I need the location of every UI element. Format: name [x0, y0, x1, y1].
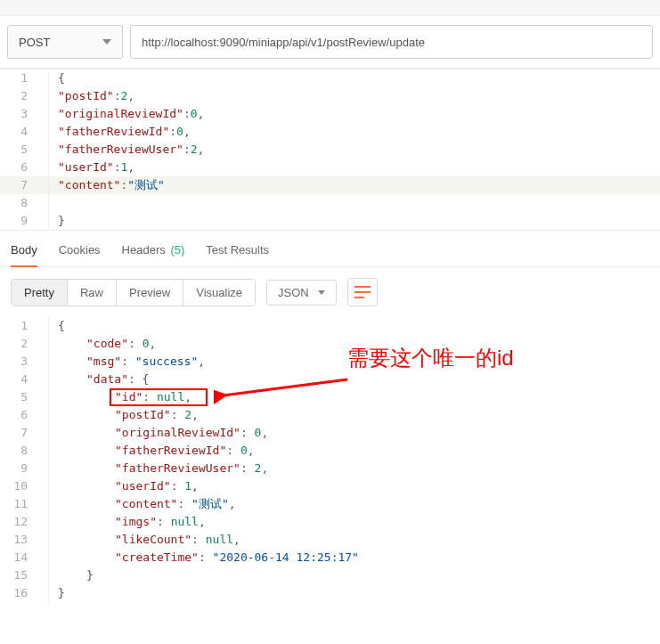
- headers-count: (5): [170, 243, 184, 257]
- code-line: 6"userId":1,: [0, 159, 660, 176]
- code-line: 4"fatherReviewId":0,: [0, 123, 660, 141]
- code-line: 1{: [0, 69, 660, 87]
- request-body-editor[interactable]: 1{2"postId":2,3"originalReviewId":0,4"fa…: [0, 69, 660, 231]
- code-line: 11"content": "测试",: [0, 495, 660, 513]
- format-select[interactable]: JSON: [266, 280, 337, 306]
- url-text: http://localhost:9090/miniapp/api/v1/pos…: [142, 36, 425, 49]
- wrap-lines-button[interactable]: [347, 278, 378, 306]
- http-method-label: POST: [19, 36, 50, 49]
- code-line: 1{: [0, 317, 660, 335]
- code-line: 5"fatherReviewUser":2,: [0, 141, 660, 159]
- tab-test-results[interactable]: Test Results: [206, 243, 269, 266]
- wrap-icon: [354, 286, 371, 298]
- view-mode-group: Pretty Raw Preview Visualize: [11, 279, 256, 306]
- code-line: 3"originalReviewId":0,: [0, 105, 660, 123]
- view-pretty[interactable]: Pretty: [12, 280, 68, 306]
- response-tabs: Body Cookies Headers (5) Test Results: [0, 231, 660, 267]
- tab-body[interactable]: Body: [11, 243, 37, 267]
- code-line: 16}: [0, 584, 660, 602]
- code-line: 3"msg": "success",: [0, 353, 660, 371]
- code-line: 9}: [0, 212, 660, 230]
- code-line: 7"content":"测试": [0, 176, 660, 194]
- chevron-down-icon: [318, 290, 325, 295]
- code-line: 8"fatherReviewId": 0,: [0, 442, 660, 460]
- code-line: 9"fatherReviewUser": 2,: [0, 460, 660, 477]
- tab-cookies[interactable]: Cookies: [59, 243, 101, 266]
- response-body-viewer[interactable]: 1{2"code": 0,3"msg": "success",4"data": …: [0, 317, 660, 602]
- format-label: JSON: [278, 286, 309, 299]
- code-line: 13"likeCount": null,: [0, 531, 660, 549]
- code-line: 10"userId": 1,: [0, 477, 660, 495]
- tab-headers[interactable]: Headers (5): [122, 243, 185, 266]
- response-view-controls: Pretty Raw Preview Visualize JSON: [0, 267, 660, 317]
- tab-headers-label: Headers: [122, 243, 166, 257]
- top-toolbar-strip: [0, 0, 660, 16]
- code-line: 7"originalReviewId": 0,: [0, 424, 660, 442]
- code-line: 5"id": null,: [0, 388, 660, 406]
- view-visualize[interactable]: Visualize: [183, 280, 255, 306]
- code-line: 14"createTime": "2020-06-14 12:25:17": [0, 549, 660, 567]
- request-row: POST http://localhost:9090/miniapp/api/v…: [0, 16, 660, 69]
- view-preview[interactable]: Preview: [117, 280, 183, 306]
- code-line: 6"postId": 2,: [0, 406, 660, 424]
- code-line: 12"imgs": null,: [0, 513, 660, 531]
- view-raw[interactable]: Raw: [68, 280, 117, 306]
- url-input[interactable]: http://localhost:9090/miniapp/api/v1/pos…: [130, 25, 653, 59]
- code-line: 4"data": {: [0, 371, 660, 388]
- code-line: 2"code": 0,: [0, 335, 660, 353]
- code-line: 2"postId":2,: [0, 87, 660, 105]
- http-method-select[interactable]: POST: [7, 25, 123, 59]
- code-line: 8: [0, 194, 660, 212]
- code-line: 15}: [0, 567, 660, 584]
- chevron-down-icon: [102, 39, 111, 45]
